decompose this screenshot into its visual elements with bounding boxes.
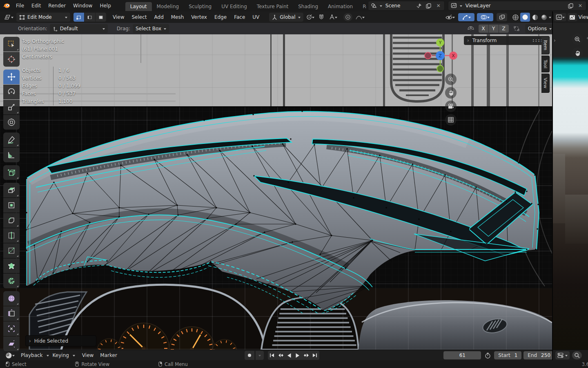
xray-toggle[interactable] <box>497 13 507 21</box>
previous-keyframe-button[interactable] <box>276 351 285 360</box>
image-zoom-button[interactable] <box>572 34 583 45</box>
frame-start-field[interactable]: Start1 <box>494 351 521 359</box>
edge-select-mode-button[interactable] <box>85 13 95 22</box>
region-expand-arrow[interactable]: › <box>554 38 556 43</box>
menu-window[interactable]: Window <box>69 0 96 11</box>
tool-transform[interactable] <box>3 115 20 130</box>
tab-sculpting[interactable]: Sculpting <box>184 2 216 11</box>
face-select-mode-button[interactable] <box>96 13 106 22</box>
editor-type-image-icon[interactable] <box>554 13 566 21</box>
snap-magnet-icon[interactable] <box>317 13 325 21</box>
current-frame-field[interactable]: 61 <box>443 351 481 359</box>
tool-select-box[interactable] <box>3 37 20 52</box>
editor-type-3d-viewport-icon[interactable] <box>2 13 16 21</box>
use-preview-range-icon[interactable] <box>483 351 492 359</box>
timeline-menu-playback[interactable]: Playback <box>18 352 46 358</box>
jump-to-end-button[interactable] <box>311 351 319 360</box>
image-datablock-icon[interactable] <box>568 13 577 21</box>
menu-uv[interactable]: UV <box>249 11 263 23</box>
search-button[interactable] <box>572 351 582 359</box>
image-pan-button[interactable] <box>572 47 583 59</box>
tool-smooth[interactable] <box>3 291 20 306</box>
editor-type-timeline-icon[interactable] <box>2 351 17 359</box>
shading-options-dropdown[interactable] <box>549 17 551 20</box>
image-editor-region[interactable]: › ‹ <box>552 23 588 350</box>
viewlayer-icon[interactable] <box>450 2 458 10</box>
proportional-falloff-dropdown[interactable] <box>353 13 367 21</box>
tool-edge-slide[interactable] <box>3 306 20 321</box>
menu-render[interactable]: Render <box>45 0 69 11</box>
tab-shading[interactable]: Shading <box>293 2 323 11</box>
vertex-select-mode-button[interactable] <box>74 13 84 22</box>
drag-dropdown[interactable]: Select Box <box>133 24 169 33</box>
menu-select[interactable]: Select <box>128 11 150 23</box>
camera-view-button[interactable] <box>445 101 457 112</box>
tool-shrink-fatten[interactable] <box>3 321 20 336</box>
pan-hand-button[interactable] <box>445 87 457 99</box>
play-button[interactable] <box>294 351 302 360</box>
tool-cursor[interactable] <box>3 52 20 67</box>
menu-edit[interactable]: Edit <box>28 0 45 11</box>
tool-extrude-region[interactable] <box>3 183 20 197</box>
options-dropdown[interactable]: Options <box>525 24 555 33</box>
auto-keying-options-dropdown[interactable] <box>256 351 264 360</box>
navigation-gizmo[interactable]: Y X Z <box>421 37 459 74</box>
remove-viewlayer-icon[interactable]: ✕ <box>576 2 584 10</box>
tab-rendering[interactable]: Rendering <box>358 2 366 11</box>
tab-uv-editing[interactable]: UV Editing <box>216 2 252 11</box>
shading-wireframe-button[interactable] <box>511 13 519 21</box>
tool-bevel[interactable] <box>3 213 20 228</box>
image-datablock-name[interactable]: View <box>579 14 588 20</box>
tab-layout[interactable]: Layout <box>125 2 152 11</box>
menu-mesh[interactable]: Mesh <box>168 11 187 23</box>
sidebar-collapse-arrow[interactable]: ‹ <box>586 35 588 41</box>
filter-dropdown[interactable] <box>555 351 570 359</box>
tab-modeling[interactable]: Modeling <box>152 2 184 11</box>
new-viewlayer-icon[interactable] <box>566 2 575 10</box>
frame-end-field[interactable]: End250 <box>523 351 555 359</box>
transform-panel-header[interactable]: › Transform ∙∙∙∙∙∙∙∙ <box>464 36 546 45</box>
snap-settings-dropdown[interactable] <box>326 13 340 21</box>
sidebar-tab-tool[interactable]: Tool <box>541 56 550 72</box>
3d-viewport[interactable]: Top Orthographic (61) Plane.001 Centimet… <box>0 34 552 350</box>
snap-base-icon[interactable] <box>511 25 522 33</box>
proportional-editing-toggle[interactable] <box>343 13 352 21</box>
tool-rotate[interactable] <box>3 85 20 99</box>
menu-vertex[interactable]: Vertex <box>188 11 210 23</box>
operator-redo-panel[interactable]: › Hide Selected <box>25 335 96 346</box>
shading-material-button[interactable] <box>531 13 539 21</box>
sidebar-tab-view[interactable]: View <box>541 74 550 92</box>
mirror-z-button[interactable]: Z <box>499 25 509 33</box>
sidebar-tab-item[interactable]: Item <box>541 36 550 54</box>
menu-add[interactable]: Add <box>151 11 167 23</box>
jump-to-start-button[interactable] <box>268 351 276 360</box>
pin-icon[interactable] <box>415 2 423 10</box>
tool-poly-build[interactable] <box>3 258 20 273</box>
new-datablock-icon[interactable] <box>425 2 433 10</box>
pivot-point-dropdown[interactable] <box>304 13 316 21</box>
tool-move[interactable] <box>3 70 20 84</box>
tool-inset-faces[interactable] <box>3 198 20 213</box>
auto-keying-button[interactable] <box>245 351 254 360</box>
unlink-scene-icon[interactable]: ✕ <box>434 2 443 10</box>
object-visibility-dropdown[interactable] <box>443 13 457 21</box>
scene-icon[interactable] <box>370 2 378 10</box>
timeline-menu-keying[interactable]: Keying <box>50 352 72 358</box>
play-reverse-button[interactable] <box>285 351 294 360</box>
next-keyframe-button[interactable] <box>302 351 311 360</box>
tool-scale[interactable] <box>3 100 20 114</box>
menu-face[interactable]: Face <box>231 11 248 23</box>
viewport-canvas[interactable] <box>0 34 552 350</box>
menu-help[interactable]: Help <box>96 0 114 11</box>
menu-view[interactable]: View <box>109 11 127 23</box>
menu-edge[interactable]: Edge <box>211 11 230 23</box>
menu-file[interactable]: File <box>12 0 28 11</box>
mode-dropdown[interactable]: Edit Mode <box>16 13 70 22</box>
toggle-grid-button[interactable] <box>445 114 457 126</box>
shading-solid-button[interactable] <box>520 13 530 22</box>
tool-measure[interactable] <box>3 148 20 162</box>
timeline-menu-marker[interactable]: Marker <box>97 352 120 358</box>
zoom-button[interactable] <box>445 74 457 85</box>
timeline-menu-view[interactable]: View <box>79 352 96 358</box>
orientation-dropdown[interactable]: Default <box>50 24 108 33</box>
